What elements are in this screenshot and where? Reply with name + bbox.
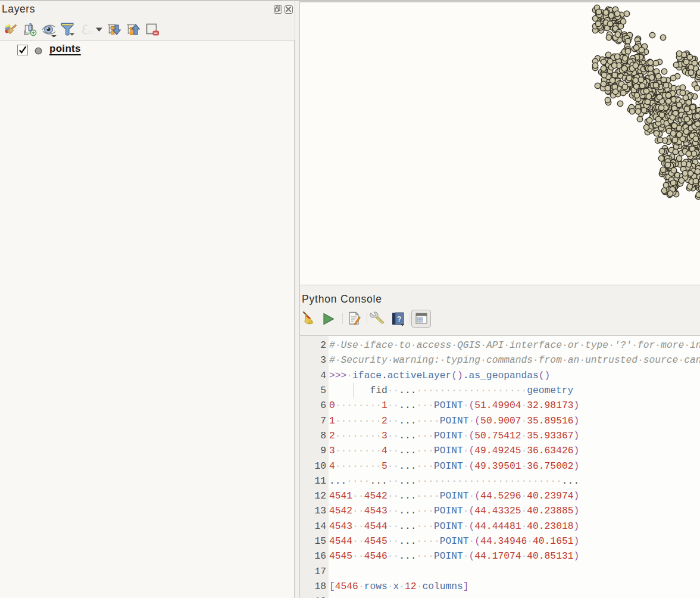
svg-text:12: 12 [88, 30, 93, 35]
svg-text:?: ? [397, 315, 401, 323]
